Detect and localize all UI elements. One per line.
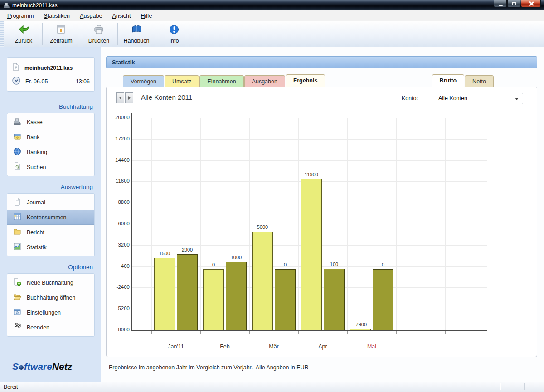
x-axis-tick-mark	[298, 331, 299, 334]
menu-item-accel: A	[112, 13, 116, 19]
sidebar-item-kasse[interactable]: Kasse	[7, 115, 94, 130]
tab-einnahmen[interactable]: Einnahmen	[199, 75, 243, 87]
konto-dropdown-value: Alle Konten	[438, 95, 467, 102]
sidebar-card-optionen: Neue BuchhaltungBuchhaltung öffnenEinste…	[7, 273, 95, 337]
tab-vermögen[interactable]: Vermögen	[123, 75, 164, 87]
sidebar-item-kontensummen[interactable]: Kontensummen	[7, 210, 94, 225]
cash-register-icon	[13, 117, 21, 127]
sidebar-item-label: Banking	[27, 149, 47, 155]
toolbar-button-handbuch[interactable]: Handbuch	[118, 21, 155, 47]
statistic-tabs: VermögenUmsatzEinnahmenAusgabenErgebnis	[123, 74, 325, 87]
back-arrow-icon	[18, 24, 30, 37]
toolbar-button-info[interactable]: Info	[155, 21, 193, 47]
y-axis-tick-label: 11600	[107, 178, 130, 184]
tab-brutto[interactable]: Brutto	[432, 74, 465, 87]
gridline	[132, 139, 487, 140]
sidebar-item-bank[interactable]: Bank	[7, 130, 94, 145]
new-doc-icon	[13, 278, 21, 287]
minimize-icon	[499, 5, 503, 6]
bar-jan'11-dark	[177, 254, 198, 330]
gridline	[249, 118, 250, 330]
y-axis-line	[131, 113, 132, 331]
menu-item-rest: usgabe	[83, 13, 102, 19]
y-axis-tick-label: 3200	[107, 242, 130, 247]
sidebar-item-einstellungen[interactable]: Einstellungen	[7, 305, 94, 320]
sidebar-item-label: Suchen	[27, 164, 46, 170]
sidebar-item-label: Bericht	[27, 229, 44, 236]
tab-ergebnis[interactable]: Ergebnis	[286, 74, 325, 87]
bar-value-label: 2000	[171, 247, 203, 252]
sidebar-item-banking[interactable]: Banking	[7, 145, 94, 160]
open-folder-icon	[13, 293, 21, 302]
toolbar-button-zeitraum[interactable]: Zeitraum	[43, 21, 80, 47]
y-axis-tick-label: 14400	[107, 157, 130, 163]
menu-item-statistiken[interactable]: Statistiken	[39, 11, 75, 20]
maximize-button[interactable]	[507, 0, 520, 7]
menu-item-ausgabe[interactable]: Ausgabe	[75, 11, 107, 20]
folder-icon	[13, 227, 21, 237]
sidebar-item-bericht[interactable]: Bericht	[7, 225, 94, 240]
maximize-icon	[512, 2, 516, 5]
sidebar-item-suchen[interactable]: Suchen	[7, 160, 94, 174]
toolbar-button-drucken[interactable]: Drucken	[80, 21, 117, 47]
logo-text-ftware: ftware	[24, 361, 52, 372]
menu-item-ansicht[interactable]: Ansicht	[107, 11, 136, 20]
toolbar-button-zurück[interactable]: Zurück	[5, 21, 42, 47]
x-axis-tick-mark	[347, 331, 348, 334]
menu-item-rest: ilfe	[145, 13, 152, 19]
prev-period-button[interactable]	[116, 92, 124, 103]
toolbar-button-label: Drucken	[88, 38, 110, 44]
x-axis-tick-mark	[445, 331, 446, 334]
close-button[interactable]	[521, 0, 541, 7]
app-window: meinbuch2011.kas ProgrammStatistikenAusg…	[0, 0, 544, 392]
menu-item-hilfe[interactable]: Hilfe	[136, 11, 157, 20]
info-icon	[169, 24, 180, 37]
x-axis-tick-mark	[151, 331, 152, 334]
gridline	[132, 118, 487, 118]
x-axis-tick-mark	[200, 331, 201, 334]
softwarenetz-logo: SftwareNetz	[12, 361, 101, 372]
bar-value-label: -7900	[345, 322, 376, 327]
bar-apr-dark	[324, 269, 345, 330]
sidebar-item-neue-buchhaltung[interactable]: Neue Buchhaltung	[7, 275, 94, 290]
gridline	[200, 118, 201, 330]
toolbar: ZurückZeitraumDruckenHandbuchInfo	[0, 21, 544, 47]
logo-globe-icon	[19, 365, 24, 370]
document-icon	[13, 198, 21, 207]
tab-netto[interactable]: Netto	[465, 75, 494, 87]
menu-item-programm[interactable]: Programm	[2, 11, 39, 20]
app-icon	[3, 2, 10, 10]
calendar-icon	[56, 24, 67, 37]
search-icon	[13, 162, 21, 172]
sidebar-item-label: Statistik	[27, 244, 47, 251]
next-period-button[interactable]	[125, 92, 133, 103]
y-axis-tick-label: -2400	[107, 284, 130, 290]
sidebar-item-label: Journal	[27, 199, 45, 206]
sidebar-item-label: Neue Buchhaltung	[27, 280, 73, 286]
bar-mär-light	[252, 232, 273, 330]
toolbar-button-label: Handbuch	[124, 38, 150, 44]
sidebar-item-label: Bank	[27, 134, 40, 140]
tab-umsatz[interactable]: Umsatz	[165, 75, 199, 87]
window-edge-stripes	[0, 21, 4, 47]
x-axis-line	[131, 330, 487, 331]
statusbar: Bereit	[0, 382, 544, 392]
mode-tabs: BruttoNetto	[432, 74, 494, 87]
sidebar-item-beenden[interactable]: Beenden	[7, 320, 94, 335]
sidebar-section-title-auswertung: Auswertung	[0, 184, 93, 190]
sidebar-item-buchhaltung-öffnen[interactable]: Buchhaltung öffnen	[7, 290, 94, 305]
minimize-button[interactable]	[494, 0, 507, 7]
close-icon	[529, 1, 534, 6]
y-axis-tick-label: 400	[107, 263, 130, 269]
sidebar-item-journal[interactable]: Journal	[7, 195, 94, 210]
sidebar-item-statistik[interactable]: Statistik	[7, 240, 94, 255]
sidebar-item-label: Kasse	[27, 119, 43, 126]
konto-dropdown[interactable]: Alle Konten	[423, 93, 523, 104]
arrow-left-icon	[119, 96, 121, 100]
document-icon	[12, 63, 20, 73]
tab-ausgaben[interactable]: Ausgaben	[244, 75, 285, 87]
bar-value-label: 5000	[247, 224, 278, 230]
sidebar-card-buchhaltung: KasseBankBankingSuchen	[7, 113, 95, 176]
bar-value-label: 0	[367, 262, 399, 267]
y-axis-tick-label: -5200	[107, 305, 130, 311]
